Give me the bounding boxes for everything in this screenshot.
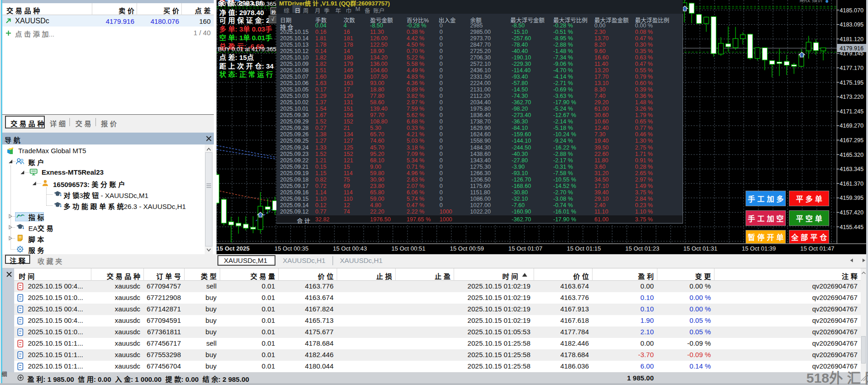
svg-text:4177.170: 4177.170 bbox=[840, 65, 863, 71]
svg-text:4165.320: 4165.320 bbox=[840, 152, 863, 158]
svg-text:4167.295: 4167.295 bbox=[840, 137, 863, 144]
svg-text:15 Oct 01:15: 15 Oct 01:15 bbox=[567, 245, 601, 252]
svg-text:15 Oct 00:51: 15 Oct 00:51 bbox=[392, 245, 425, 252]
svg-text:4173.220: 4173.220 bbox=[840, 94, 863, 100]
svg-text:4169.270: 4169.270 bbox=[840, 123, 863, 129]
svg-text:4161.370: 4161.370 bbox=[840, 181, 863, 187]
svg-text:4171.245: 4171.245 bbox=[840, 108, 863, 115]
svg-text:4157.420: 4157.420 bbox=[840, 209, 863, 216]
svg-text:4159.395: 4159.395 bbox=[840, 195, 863, 201]
svg-text:15 Oct 01:07: 15 Oct 01:07 bbox=[508, 245, 542, 252]
svg-text:15 Oct 00:59: 15 Oct 00:59 bbox=[450, 245, 484, 252]
svg-text:4183.095: 4183.095 bbox=[840, 21, 863, 28]
svg-text:4163.345: 4163.345 bbox=[840, 166, 863, 172]
svg-text:4175.195: 4175.195 bbox=[840, 80, 863, 86]
svg-text:15 Oct 01:39: 15 Oct 01:39 bbox=[742, 245, 776, 252]
svg-text:15 Oct 00:43: 15 Oct 00:43 bbox=[333, 245, 367, 252]
svg-text:15 Oct 00:35: 15 Oct 00:35 bbox=[275, 245, 308, 252]
svg-text:期权 报价: 期权 报价 bbox=[799, 0, 823, 3]
svg-text:4185.070: 4185.070 bbox=[840, 7, 863, 14]
svg-text:15 Oct 2025: 15 Oct 2025 bbox=[217, 245, 249, 252]
svg-text:15 Oct 01:47: 15 Oct 01:47 bbox=[800, 245, 834, 252]
svg-text:4181.120: 4181.120 bbox=[840, 36, 863, 43]
svg-text:15 Oct 01:31: 15 Oct 01:31 bbox=[683, 245, 717, 252]
svg-text:15 Oct 01:23: 15 Oct 01:23 bbox=[625, 245, 659, 252]
svg-text:4155.445: 4155.445 bbox=[840, 224, 863, 230]
svg-text:4179.916: 4179.916 bbox=[840, 45, 863, 52]
